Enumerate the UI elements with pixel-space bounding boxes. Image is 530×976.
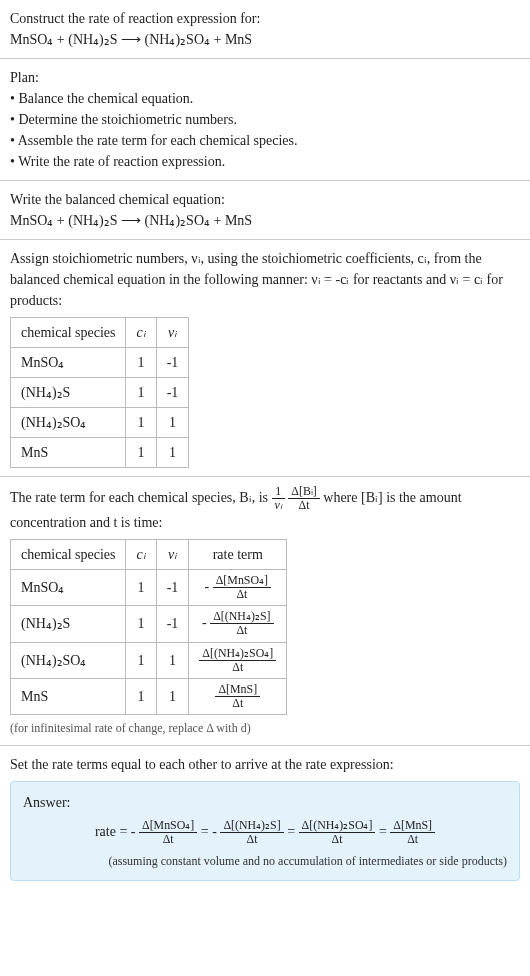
- plan-item: Write the rate of reaction expression.: [10, 151, 520, 172]
- table-row: (NH₄)₂SO₄ 1 1 Δ[(NH₄)₂SO₄] Δt: [11, 642, 287, 678]
- cell-term: Δ[(NH₄)₂SO₄] Δt: [189, 642, 287, 678]
- table-row: MnSO₄ 1 -1: [11, 348, 189, 378]
- plan-list: Balance the chemical equation. Determine…: [10, 88, 520, 172]
- table-row: (NH₄)₂SO₄ 1 1: [11, 408, 189, 438]
- neg-sign: -: [212, 824, 217, 839]
- rateterm-table: chemical species cᵢ νᵢ rate term MnSO₄ 1…: [10, 539, 287, 715]
- equals: =: [287, 824, 298, 839]
- cell-vi: -1: [156, 348, 189, 378]
- cell-ci: 1: [126, 438, 156, 468]
- cell-ci: 1: [126, 642, 156, 678]
- frac-num: Δ[(NH₄)₂S]: [210, 610, 273, 624]
- intro-section: Construct the rate of reaction expressio…: [0, 0, 530, 59]
- balanced-section: Write the balanced chemical equation: Mn…: [0, 181, 530, 240]
- balanced-equation: MnSO₄ + (NH₄)₂S ⟶ (NH₄)₂SO₄ + MnS: [10, 210, 520, 231]
- frac-num: Δ[Bᵢ]: [288, 485, 320, 499]
- frac-den: Δt: [390, 833, 435, 846]
- rateterm-note: (for infinitesimal rate of change, repla…: [10, 719, 520, 737]
- cell-ci: 1: [126, 570, 156, 606]
- cell-species: MnS: [11, 678, 126, 714]
- frac-den: Δt: [215, 697, 260, 710]
- frac-den: Δt: [139, 833, 197, 846]
- frac-one-over-vi: 1 νᵢ: [272, 485, 285, 512]
- header-term: rate term: [189, 540, 287, 570]
- frac-num: Δ[MnS]: [390, 819, 435, 833]
- table-header-row: chemical species cᵢ νᵢ rate term: [11, 540, 287, 570]
- rate-frac: Δ[MnS] Δt: [215, 683, 260, 710]
- plan-title: Plan:: [10, 67, 520, 88]
- plan-section: Plan: Balance the chemical equation. Det…: [0, 59, 530, 181]
- frac-num: Δ[MnSO₄]: [139, 819, 197, 833]
- plan-item: Balance the chemical equation.: [10, 88, 520, 109]
- cell-species: MnSO₄: [11, 348, 126, 378]
- frac-num: 1: [272, 485, 285, 499]
- rate-frac: Δ[(NH₄)₂SO₄] Δt: [199, 647, 276, 674]
- rate-frac: Δ[(NH₄)₂S] Δt: [220, 819, 283, 846]
- frac-num: Δ[(NH₄)₂SO₄]: [199, 647, 276, 661]
- frac-den: Δt: [210, 624, 273, 637]
- rateterm-intro-pre: The rate term for each chemical species,…: [10, 490, 272, 505]
- plan-item: Determine the stoichiometric numbers.: [10, 109, 520, 130]
- cell-vi: 1: [156, 678, 189, 714]
- header-vi: νᵢ: [156, 540, 189, 570]
- rateterm-section: The rate term for each chemical species,…: [0, 477, 530, 746]
- cell-species: MnS: [11, 438, 126, 468]
- frac-den: Δt: [220, 833, 283, 846]
- neg-sign: -: [131, 824, 136, 839]
- cell-ci: 1: [126, 606, 156, 642]
- cell-vi: 1: [156, 408, 189, 438]
- cell-term: Δ[MnS] Δt: [189, 678, 287, 714]
- rate-frac: Δ[MnS] Δt: [390, 819, 435, 846]
- frac-den: Δt: [299, 833, 376, 846]
- header-ci: cᵢ: [126, 540, 156, 570]
- cell-vi: -1: [156, 606, 189, 642]
- rate-frac: Δ[MnSO₄] Δt: [139, 819, 197, 846]
- final-title: Set the rate terms equal to each other t…: [10, 754, 520, 775]
- frac-den: Δt: [288, 499, 320, 512]
- cell-species: (NH₄)₂S: [11, 378, 126, 408]
- table-row: (NH₄)₂S 1 -1 - Δ[(NH₄)₂S] Δt: [11, 606, 287, 642]
- answer-note: (assuming constant volume and no accumul…: [23, 852, 507, 870]
- frac-num: Δ[MnS]: [215, 683, 260, 697]
- neg-sign: -: [205, 579, 210, 594]
- rate-frac: Δ[(NH₄)₂S] Δt: [210, 610, 273, 637]
- cell-species: MnSO₄: [11, 570, 126, 606]
- header-species: chemical species: [11, 318, 126, 348]
- frac-delta-bi: Δ[Bᵢ] Δt: [288, 485, 320, 512]
- plan-item: Assemble the rate term for each chemical…: [10, 130, 520, 151]
- frac-den: νᵢ: [272, 499, 285, 512]
- header-species: chemical species: [11, 540, 126, 570]
- balanced-title: Write the balanced chemical equation:: [10, 189, 520, 210]
- answer-box: Answer: rate = - Δ[MnSO₄] Δt = - Δ[(NH₄)…: [10, 781, 520, 881]
- frac-num: Δ[(NH₄)₂S]: [220, 819, 283, 833]
- cell-ci: 1: [126, 378, 156, 408]
- cell-ci: 1: [126, 348, 156, 378]
- table-row: MnS 1 1: [11, 438, 189, 468]
- table-row: MnSO₄ 1 -1 - Δ[MnSO₄] Δt: [11, 570, 287, 606]
- cell-vi: -1: [156, 378, 189, 408]
- stoich-intro: Assign stoichiometric numbers, νᵢ, using…: [10, 248, 520, 311]
- frac-den: Δt: [199, 661, 276, 674]
- rate-frac: Δ[(NH₄)₂SO₄] Δt: [299, 819, 376, 846]
- rateterm-intro: The rate term for each chemical species,…: [10, 485, 520, 533]
- header-ci: cᵢ: [126, 318, 156, 348]
- final-section: Set the rate terms equal to each other t…: [0, 746, 530, 889]
- table-row: MnS 1 1 Δ[MnS] Δt: [11, 678, 287, 714]
- construct-text: Construct the rate of reaction expressio…: [10, 8, 520, 29]
- frac-den: Δt: [213, 588, 271, 601]
- cell-ci: 1: [126, 678, 156, 714]
- table-row: (NH₄)₂S 1 -1: [11, 378, 189, 408]
- rate-frac: Δ[MnSO₄] Δt: [213, 574, 271, 601]
- equals: =: [379, 824, 390, 839]
- neg-sign: -: [202, 615, 207, 630]
- cell-species: (NH₄)₂SO₄: [11, 408, 126, 438]
- cell-vi: 1: [156, 438, 189, 468]
- header-vi: νᵢ: [156, 318, 189, 348]
- cell-vi: 1: [156, 642, 189, 678]
- cell-species: (NH₄)₂S: [11, 606, 126, 642]
- table-header-row: chemical species cᵢ νᵢ: [11, 318, 189, 348]
- intro-equation: MnSO₄ + (NH₄)₂S ⟶ (NH₄)₂SO₄ + MnS: [10, 29, 520, 50]
- frac-num: Δ[(NH₄)₂SO₄]: [299, 819, 376, 833]
- cell-term: - Δ[MnSO₄] Δt: [189, 570, 287, 606]
- stoich-section: Assign stoichiometric numbers, νᵢ, using…: [0, 240, 530, 477]
